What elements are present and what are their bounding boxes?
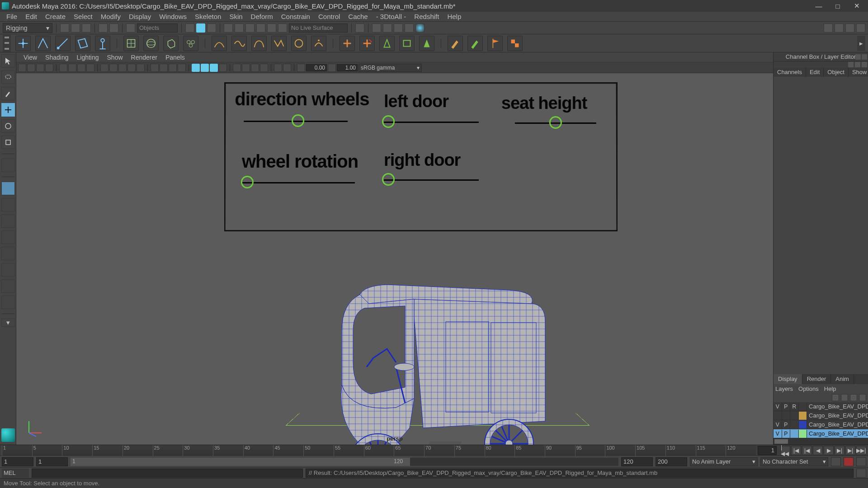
vp-grid-icon[interactable]: [77, 64, 85, 72]
panel-layout-2-icon[interactable]: [835, 23, 844, 33]
prev-key-button[interactable]: |◀: [802, 446, 812, 455]
layer-menu-options[interactable]: Options: [798, 385, 819, 392]
menu-skin[interactable]: Skin: [226, 12, 246, 21]
playback-prefs-button[interactable]: [856, 457, 866, 466]
layout-four-button[interactable]: [1, 198, 15, 211]
last-tool-button[interactable]: [1, 159, 15, 172]
menu-file[interactable]: File: [3, 12, 21, 21]
menu-select[interactable]: Select: [70, 12, 96, 21]
shelf-tab-strip[interactable]: [3, 35, 11, 52]
menu-skeleton[interactable]: Skeleton: [191, 12, 225, 21]
shelf-sphere-icon[interactable]: [143, 36, 159, 51]
new-scene-icon[interactable]: [60, 23, 69, 33]
select-tool-button[interactable]: [1, 54, 15, 68]
go-to-start-button[interactable]: |◀◀: [780, 446, 790, 455]
cb-tab-edit[interactable]: Edit: [806, 68, 824, 77]
shelf-lattice-icon[interactable]: [123, 36, 139, 51]
cargo-bike-mesh[interactable]: [292, 272, 572, 445]
layer-menu-layers[interactable]: Layers: [775, 385, 793, 392]
vp-textured-icon[interactable]: [201, 64, 209, 72]
rig-handle-seat-height[interactable]: [549, 116, 562, 129]
cb-tab-show[interactable]: Show: [849, 68, 868, 77]
rp-mode-icon-2[interactable]: [855, 62, 860, 67]
vp-use-lights-icon[interactable]: [210, 64, 218, 72]
window-close-button[interactable]: ✕: [847, 0, 866, 12]
shelf-curve-5-icon[interactable]: [291, 36, 307, 51]
render-settings-icon[interactable]: [394, 23, 403, 33]
select-mode-icon[interactable]: [126, 23, 135, 33]
shelf-joint-icon[interactable]: [95, 36, 110, 51]
shelf-flag-icon[interactable]: [487, 36, 503, 51]
anim-layer-dropdown[interactable]: No Anim Layer▾: [690, 457, 758, 466]
rp-pin-icon[interactable]: [855, 54, 861, 60]
go-to-end-button[interactable]: ▶▶|: [856, 446, 866, 455]
rig-slider-wheel-rotation[interactable]: [242, 182, 355, 183]
menu-control[interactable]: Control: [315, 12, 344, 21]
layer-row[interactable]: VP Cargo_Bike_EAV_DPD_: [774, 429, 868, 438]
layer-move-up-icon[interactable]: [832, 394, 839, 401]
shelf-scroll-icon[interactable]: ▸: [857, 36, 865, 51]
vp-safe-action-icon[interactable]: [127, 64, 136, 72]
snap-live-icon[interactable]: [267, 23, 276, 33]
layer-tab-anim[interactable]: Anim: [831, 374, 854, 384]
menu-cache[interactable]: Cache: [344, 12, 371, 21]
layer-color-swatch[interactable]: [799, 412, 807, 420]
shelf-curve-6-icon[interactable]: [311, 36, 326, 51]
layer-move-down-icon[interactable]: [841, 394, 848, 401]
panel-layout-4-icon[interactable]: [856, 23, 865, 33]
shelf-vertex-icon[interactable]: [55, 36, 71, 51]
layout-two-h-button[interactable]: [1, 214, 15, 228]
vp-exposure-value[interactable]: 0.00: [306, 64, 327, 71]
shelf-add-icon[interactable]: [340, 36, 355, 51]
layer-row[interactable]: VP Cargo_Bike_EAV_DPD_: [774, 420, 868, 429]
layout-single-button[interactable]: [1, 182, 15, 195]
layout-custom-button[interactable]: [1, 296, 15, 309]
shelf-curve-1-icon[interactable]: [212, 36, 227, 51]
rig-handle-left-door[interactable]: [382, 115, 395, 128]
layer-menu-help[interactable]: Help: [824, 385, 836, 392]
layout-outliner-button[interactable]: [1, 247, 15, 260]
snap-point-icon[interactable]: [245, 23, 255, 33]
save-scene-icon[interactable]: [82, 23, 91, 33]
layout-more-button[interactable]: ▾: [1, 319, 15, 327]
vp-menu-show[interactable]: Show: [104, 53, 127, 61]
select-by-object-icon[interactable]: [196, 23, 205, 33]
layer-new-empty-icon[interactable]: [850, 394, 857, 401]
shelf-cube-icon[interactable]: [163, 36, 179, 51]
vp-film-gate-icon[interactable]: [86, 64, 94, 72]
vp-safe-title-icon[interactable]: [137, 64, 145, 72]
menu-windows[interactable]: Windows: [156, 12, 190, 21]
vp-camera-attr-icon[interactable]: [27, 64, 35, 72]
shelf-curve-2-icon[interactable]: [231, 36, 247, 51]
rig-handle-right-door[interactable]: [382, 173, 395, 186]
layer-color-swatch[interactable]: [799, 421, 807, 429]
menu-edit[interactable]: Edit: [22, 12, 41, 21]
shelf-paint-1-icon[interactable]: [448, 36, 463, 51]
vp-gamma-icon[interactable]: [328, 64, 336, 72]
vp-color-management-dropdown[interactable]: sRGB gamma▾: [359, 64, 422, 72]
vp-ao-icon[interactable]: [219, 64, 227, 72]
range-slider-track[interactable]: 1 120: [71, 458, 618, 466]
range-start-inner-field[interactable]: 1: [36, 457, 68, 466]
shelf-checker-icon[interactable]: [507, 36, 523, 51]
rp-mode-icon-1[interactable]: [848, 62, 854, 67]
layer-row[interactable]: Cargo_Bike_EAV_DPD_: [774, 411, 868, 420]
vp-smooth-shade-icon[interactable]: [160, 64, 168, 72]
open-scene-icon[interactable]: [71, 23, 80, 33]
layer-new-selected-icon[interactable]: [859, 394, 866, 401]
menu-display[interactable]: Display: [125, 12, 155, 21]
move-tool-button[interactable]: [1, 103, 15, 117]
ipr-render-icon[interactable]: [383, 23, 392, 33]
next-key-button[interactable]: ▶|: [835, 446, 844, 455]
select-by-hierarchy-icon[interactable]: [185, 23, 194, 33]
layout-graph-button[interactable]: [1, 279, 15, 293]
layer-color-swatch[interactable]: [799, 430, 807, 438]
menu-3dtoall[interactable]: - 3DtoAll -: [373, 12, 410, 21]
time-slider-track[interactable]: 1510152025303540455055606570758085909510…: [2, 445, 756, 456]
redo-icon[interactable]: [109, 23, 118, 33]
vp-gamma-value[interactable]: 1.00: [337, 64, 358, 71]
range-end-inner-field[interactable]: 120: [621, 457, 653, 466]
vp-bookmark-icon[interactable]: [36, 64, 44, 72]
make-live-icon[interactable]: [278, 23, 287, 33]
vp-motion-blur-icon[interactable]: [233, 64, 241, 72]
